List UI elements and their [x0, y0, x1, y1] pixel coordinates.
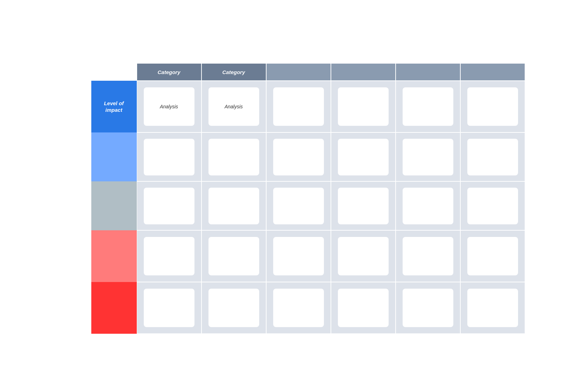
- row-header-1: Level ofimpact: [91, 81, 137, 132]
- cell-r4c4-inner: [338, 237, 389, 275]
- col-header-1-label: Category: [157, 69, 180, 75]
- cell-r4c2-inner: [208, 237, 259, 275]
- data-row-2: [91, 132, 525, 181]
- cell-r2c2[interactable]: [201, 132, 266, 181]
- cell-r2c6-inner: [467, 139, 518, 175]
- data-row-5: [91, 282, 525, 334]
- col-header-2-label: Category: [222, 69, 245, 75]
- cell-r3c1-inner: [144, 188, 194, 224]
- cell-r4c2[interactable]: [201, 230, 266, 282]
- col-header-2: Category: [201, 63, 266, 81]
- row-header-4: [91, 230, 137, 282]
- cell-r4c1[interactable]: [137, 230, 201, 282]
- cell-r3c2[interactable]: [201, 181, 266, 230]
- cell-r1c1-inner: Analysis: [144, 87, 194, 126]
- row-header-5: [91, 282, 137, 334]
- cell-r1c2[interactable]: Analysis: [201, 81, 266, 132]
- cell-r5c5[interactable]: [396, 282, 460, 334]
- cell-r4c6-inner: [467, 237, 518, 275]
- cell-r2c6[interactable]: [460, 132, 525, 181]
- cell-r1c3-inner: [273, 87, 324, 126]
- cell-r2c1[interactable]: [137, 132, 201, 181]
- row-header-1-inner: Level ofimpact: [91, 81, 137, 132]
- col-header-4: [331, 63, 396, 81]
- cell-r5c6-inner: [467, 289, 518, 327]
- header-spacer: [91, 63, 137, 81]
- cell-r1c1-text: Analysis: [160, 104, 178, 109]
- cell-r3c6-inner: [467, 188, 518, 224]
- cell-r3c5[interactable]: [396, 181, 460, 230]
- cell-r4c5-inner: [403, 237, 453, 275]
- cell-r3c3[interactable]: [266, 181, 331, 230]
- cell-r5c4[interactable]: [331, 282, 396, 334]
- row-header-2: [91, 132, 137, 181]
- cell-r1c6-inner: [467, 87, 518, 126]
- row-header-3: [91, 181, 137, 230]
- data-row-1: Level ofimpact Analysis Analysis: [91, 81, 525, 132]
- cell-r1c2-text: Analysis: [225, 104, 243, 109]
- cell-r3c6[interactable]: [460, 181, 525, 230]
- cell-r1c4-inner: [338, 87, 389, 126]
- cell-r4c3[interactable]: [266, 230, 331, 282]
- cell-r5c4-inner: [338, 289, 389, 327]
- cell-r5c2-inner: [208, 289, 259, 327]
- cell-r1c3[interactable]: [266, 81, 331, 132]
- cell-r4c4[interactable]: [331, 230, 396, 282]
- cell-r2c4[interactable]: [331, 132, 396, 181]
- cell-r2c5-inner: [403, 139, 453, 175]
- cell-r2c4-inner: [338, 139, 389, 175]
- cell-r4c3-inner: [273, 237, 324, 275]
- cell-r5c6[interactable]: [460, 282, 525, 334]
- cell-r5c1-inner: [144, 289, 194, 327]
- cell-r5c2[interactable]: [201, 282, 266, 334]
- cell-r2c5[interactable]: [396, 132, 460, 181]
- cell-r3c4-inner: [338, 188, 389, 224]
- cell-r3c4[interactable]: [331, 181, 396, 230]
- cell-r1c2-inner: Analysis: [208, 87, 259, 126]
- col-header-1: Category: [137, 63, 201, 81]
- cell-r2c3[interactable]: [266, 132, 331, 181]
- col-header-6: [460, 63, 525, 81]
- cell-r5c5-inner: [403, 289, 453, 327]
- cell-r2c3-inner: [273, 139, 324, 175]
- data-row-4: [91, 230, 525, 282]
- cell-r1c4[interactable]: [331, 81, 396, 132]
- cell-r1c1[interactable]: Analysis: [137, 81, 201, 132]
- data-row-3: [91, 181, 525, 230]
- cell-r5c3-inner: [273, 289, 324, 327]
- cell-r1c5[interactable]: [396, 81, 460, 132]
- cell-r5c1[interactable]: [137, 282, 201, 334]
- cell-r3c1[interactable]: [137, 181, 201, 230]
- cell-r1c6[interactable]: [460, 81, 525, 132]
- cell-r5c3[interactable]: [266, 282, 331, 334]
- cell-r4c6[interactable]: [460, 230, 525, 282]
- cell-r3c5-inner: [403, 188, 453, 224]
- cell-r1c5-inner: [403, 87, 453, 126]
- col-header-5: [396, 63, 460, 81]
- cell-r4c1-inner: [144, 237, 194, 275]
- impact-table: Category Category Level ofimpact Analysi…: [91, 63, 525, 334]
- cell-r3c2-inner: [208, 188, 259, 224]
- row-label-1: Level ofimpact: [104, 100, 124, 114]
- cell-r4c5[interactable]: [396, 230, 460, 282]
- cell-r3c3-inner: [273, 188, 324, 224]
- cell-r2c2-inner: [208, 139, 259, 175]
- cell-r2c1-inner: [144, 139, 194, 175]
- header-row: Category Category: [91, 63, 525, 81]
- col-header-3: [266, 63, 331, 81]
